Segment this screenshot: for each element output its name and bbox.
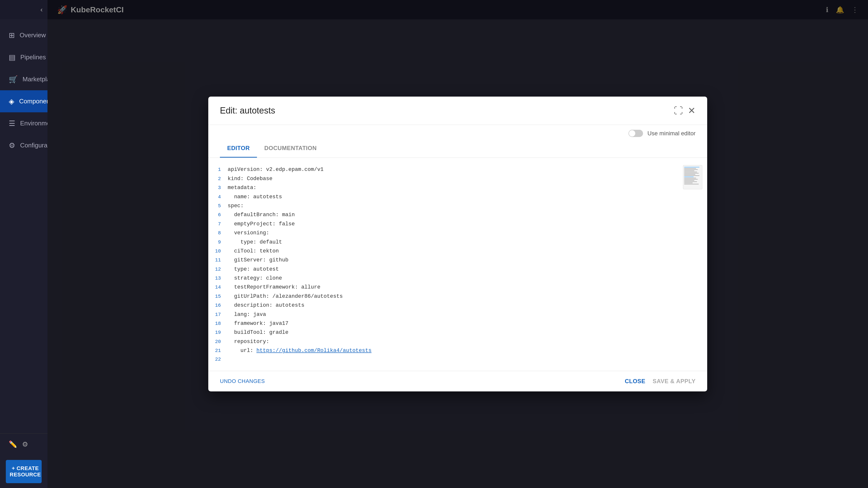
sidebar-nav: ⊞ Overview ▤ Pipelines 🛒 Marketplace ◈ C…	[0, 20, 48, 433]
edit-dialog: Edit: autotests ⛶ ✕ Use minimal editor E…	[208, 97, 707, 391]
line-number: 11	[208, 256, 228, 264]
overview-icon: ⊞	[9, 31, 15, 39]
dialog-title: Edit: autotests	[220, 105, 275, 116]
code-line: 6 defaultBranch: main	[208, 210, 678, 219]
pipelines-icon: ▤	[9, 53, 16, 62]
thumbnail-box	[683, 165, 702, 189]
line-number: 19	[208, 328, 228, 337]
line-content: type: autotest	[228, 265, 279, 274]
line-content: apiVersion: v2.edp.epam.com/v1	[228, 165, 323, 174]
line-content: lang: java	[228, 310, 266, 319]
close-dialog-icon[interactable]: ✕	[688, 105, 695, 116]
close-button[interactable]: CLOSE	[625, 378, 645, 385]
line-content: emptyProject: false	[228, 220, 295, 228]
line-content: buildTool: gradle	[228, 328, 288, 337]
line-number: 13	[208, 274, 228, 283]
line-number: 20	[208, 338, 228, 346]
code-line: 16 description: autotests	[208, 301, 678, 310]
thumbnail-lines	[683, 165, 702, 186]
code-line: 1apiVersion: v2.edp.epam.com/v1	[208, 165, 678, 174]
edit-icon[interactable]: ✏️	[9, 440, 17, 448]
code-line: 8 versioning:	[208, 228, 678, 237]
code-line: 4 name: autotests	[208, 192, 678, 201]
sidebar-item-label-pipelines: Pipelines	[20, 54, 46, 61]
line-number: 15	[208, 292, 228, 301]
code-line: 17 lang: java	[208, 310, 678, 319]
line-number: 9	[208, 238, 228, 247]
sidebar-item-marketplace[interactable]: 🛒 Marketplace	[0, 68, 48, 90]
undo-changes-button[interactable]: UNDO CHANGES	[220, 378, 265, 384]
code-line: 14 testReportFramework: allure	[208, 283, 678, 292]
dialog-toolbar: Use minimal editor	[208, 125, 707, 137]
dialog-tabs: EDITOR DOCUMENTATION	[208, 139, 707, 158]
sidebar-item-configuration[interactable]: ⚙ Configuration	[0, 134, 48, 156]
line-content: metadata:	[228, 183, 256, 192]
line-number: 5	[208, 202, 228, 210]
settings-icon[interactable]: ⚙	[22, 440, 28, 448]
sidebar-toggle-icon[interactable]: ‹	[40, 6, 42, 13]
code-line: 13 strategy: clone	[208, 274, 678, 283]
code-line: 3metadata:	[208, 183, 678, 192]
line-number: 14	[208, 283, 228, 291]
main-content: 🚀 KubeRocketCI ℹ 🔔 ⋮ Edit: autotests ⛶ ✕…	[48, 0, 868, 488]
line-content: gitUrlPath: /alezander86/autotests	[228, 292, 343, 301]
dialog-footer: UNDO CHANGES CLOSE SAVE & APPLY	[208, 371, 707, 391]
sidebar-item-components[interactable]: ◈ Components	[0, 90, 48, 112]
code-line: 18 framework: java17	[208, 319, 678, 328]
code-line: 11 gitServer: github	[208, 256, 678, 265]
configuration-icon: ⚙	[9, 141, 15, 150]
tab-documentation[interactable]: DOCUMENTATION	[257, 139, 324, 158]
repo-url-link[interactable]: https://github.com/Rolika4/autotests	[256, 348, 372, 354]
line-number: 22	[208, 355, 228, 364]
line-number: 1	[208, 166, 228, 174]
dialog-header: Edit: autotests ⛶ ✕	[208, 97, 707, 125]
line-number: 7	[208, 220, 228, 228]
line-content: url: https://github.com/Rolika4/autotest…	[228, 346, 372, 355]
code-line: 15 gitUrlPath: /alezander86/autotests	[208, 292, 678, 301]
line-number: 2	[208, 175, 228, 183]
code-editor[interactable]: 1apiVersion: v2.edp.epam.com/v12kind: Co…	[208, 163, 678, 366]
line-number: 4	[208, 193, 228, 201]
line-content: kind: Codebase	[228, 174, 273, 183]
code-line: 2kind: Codebase	[208, 174, 678, 183]
code-line: 21 url: https://github.com/Rolika4/autot…	[208, 346, 678, 355]
line-number: 16	[208, 301, 228, 310]
code-line: 22	[208, 355, 678, 364]
code-line: 20 repository:	[208, 337, 678, 346]
code-line: 9 type: default	[208, 238, 678, 247]
line-content: description: autotests	[228, 301, 304, 310]
sidebar: ‹ ⊞ Overview ▤ Pipelines 🛒 Marketplace ◈…	[0, 0, 48, 488]
line-content: versioning:	[228, 228, 269, 237]
tab-editor[interactable]: EDITOR	[220, 139, 257, 158]
line-number: 21	[208, 347, 228, 355]
line-number: 3	[208, 184, 228, 192]
toggle-label: Use minimal editor	[647, 130, 695, 137]
line-content: framework: java17	[228, 319, 288, 328]
sidebar-item-environments[interactable]: ☰ Environments	[0, 112, 48, 134]
sidebar-item-overview[interactable]: ⊞ Overview	[0, 24, 48, 46]
fullscreen-icon[interactable]: ⛶	[674, 105, 683, 116]
dialog-footer-right: CLOSE SAVE & APPLY	[625, 378, 695, 385]
line-number: 18	[208, 320, 228, 328]
sidebar-item-label-overview: Overview	[20, 31, 46, 39]
create-resource-label: + CREATE RESOURCE	[10, 465, 41, 478]
line-content: ciTool: tekton	[228, 247, 279, 256]
sidebar-bottom: ✏️ ⚙	[0, 433, 48, 455]
editor-thumbnail	[678, 163, 707, 366]
line-number: 10	[208, 247, 228, 255]
line-number: 17	[208, 311, 228, 319]
line-content: testReportFramework: allure	[228, 283, 320, 292]
line-content: gitServer: github	[228, 256, 288, 265]
code-line: 12 type: autotest	[208, 265, 678, 274]
create-resource-button[interactable]: + CREATE RESOURCE	[6, 460, 42, 483]
code-line: 19 buildTool: gradle	[208, 328, 678, 337]
line-number: 12	[208, 265, 228, 273]
sidebar-item-pipelines[interactable]: ▤ Pipelines	[0, 46, 48, 68]
code-line: 5spec:	[208, 201, 678, 210]
save-apply-button[interactable]: SAVE & APPLY	[653, 378, 695, 385]
marketplace-icon: 🛒	[9, 75, 18, 84]
environments-icon: ☰	[9, 119, 15, 128]
code-line: 7 emptyProject: false	[208, 220, 678, 228]
minimal-editor-toggle[interactable]	[628, 130, 643, 137]
modal-overlay: Edit: autotests ⛶ ✕ Use minimal editor E…	[48, 0, 868, 488]
